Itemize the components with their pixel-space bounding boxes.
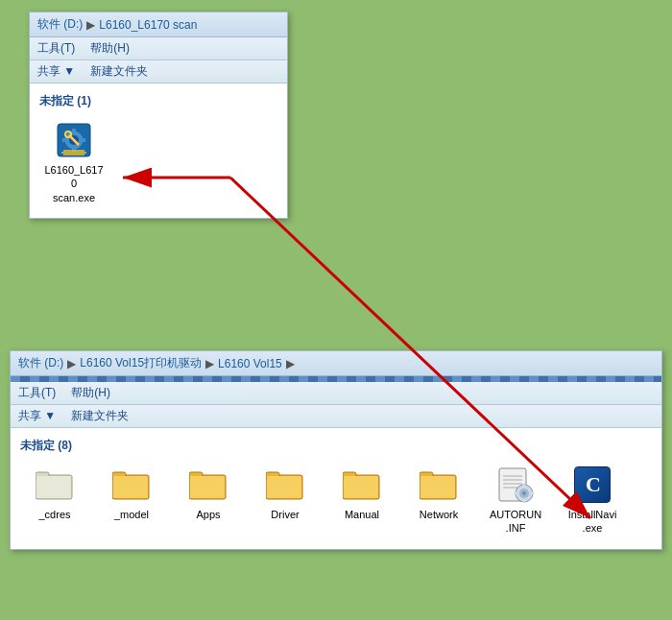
- svg-rect-6: [82, 138, 85, 142]
- scan-exe-label: L6160_L6170 scan.exe: [43, 163, 105, 204]
- top-address-bar: 软件 (D:) ▶ L6160_L6170 scan: [30, 12, 287, 37]
- bottom-toolbar2: 共享 ▼ 新建文件夹: [11, 405, 661, 428]
- top-folder: L6160_L6170 scan: [99, 18, 197, 32]
- svg-rect-14: [36, 476, 71, 498]
- bottom-drive: 软件 (D:): [18, 355, 63, 371]
- file-item-apps[interactable]: Apps: [174, 462, 243, 539]
- network-folder-icon: [420, 468, 458, 501]
- svg-rect-29: [420, 476, 455, 498]
- installnavi-icon-wrapper: C: [573, 465, 612, 504]
- file-item-cdres[interactable]: _cdres: [20, 462, 89, 539]
- installnavi-icon: C: [574, 466, 611, 503]
- svg-rect-39: [522, 499, 526, 502]
- tools-menu[interactable]: 工具(T): [37, 40, 75, 57]
- bottom-folder2: L6160 Vol15: [218, 357, 282, 370]
- manual-label: Manual: [345, 508, 379, 521]
- bottom-toolbar: 工具(T) 帮助(H): [11, 382, 661, 405]
- top-window: 软件 (D:) ▶ L6160_L6170 scan 工具(T) 帮助(H) 共…: [29, 12, 288, 219]
- svg-rect-5: [62, 138, 66, 142]
- bottom-help-menu[interactable]: 帮助(H): [71, 385, 110, 401]
- svg-rect-3: [72, 129, 76, 132]
- file-item-installnavi[interactable]: C InstallNavi .exe: [558, 462, 627, 539]
- svg-rect-20: [190, 476, 225, 498]
- new-folder-button[interactable]: 新建文件夹: [90, 63, 148, 80]
- bottom-share-button[interactable]: 共享 ▼: [18, 408, 56, 424]
- svg-rect-17: [113, 476, 148, 498]
- autorun-icon: [497, 466, 534, 503]
- top-section-header: 未指定 (1): [39, 93, 277, 109]
- apps-label: Apps: [196, 508, 220, 521]
- top-toolbar2: 共享 ▼ 新建文件夹: [30, 60, 287, 83]
- manual-icon-wrapper: [343, 465, 381, 504]
- svg-rect-38: [522, 485, 526, 488]
- model-label: _model: [114, 508, 149, 521]
- top-file-grid: L6160_L6170 scan.exe: [39, 117, 277, 208]
- bottom-address-bar: 软件 (D:) ▶ L6160 Vol15打印机驱动 ▶ L6160 Vol15…: [11, 351, 661, 376]
- bottom-window: 软件 (D:) ▶ L6160 Vol15打印机驱动 ▶ L6160 Vol15…: [10, 350, 662, 550]
- svg-rect-26: [344, 476, 378, 498]
- top-drive: 软件 (D:): [37, 16, 83, 33]
- bottom-folder1: L6160 Vol15打印机驱动: [80, 355, 202, 371]
- svg-rect-40: [516, 491, 518, 495]
- file-item-manual[interactable]: Manual: [327, 462, 396, 539]
- model-folder-icon: [112, 468, 151, 501]
- installnavi-label: InstallNavi .exe: [568, 508, 617, 536]
- apps-icon-wrapper: [189, 465, 228, 504]
- svg-rect-23: [267, 476, 301, 498]
- file-item-model[interactable]: _model: [97, 462, 166, 539]
- cdres-icon-wrapper: [36, 465, 74, 504]
- apps-folder-icon: [189, 468, 228, 501]
- autorun-label: AUTORUN .INF: [490, 508, 541, 536]
- file-item-network[interactable]: Network: [404, 462, 473, 539]
- scan-exe-icon-wrapper: [55, 121, 93, 159]
- network-label: Network: [420, 508, 458, 521]
- driver-icon-wrapper: [266, 465, 304, 504]
- manual-folder-icon: [343, 468, 381, 501]
- share-button[interactable]: 共享 ▼: [37, 63, 75, 80]
- scan-exe-icon: [56, 122, 92, 158]
- driver-label: Driver: [271, 508, 299, 521]
- help-menu[interactable]: 帮助(H): [90, 40, 130, 57]
- top-content: 未指定 (1): [30, 83, 287, 218]
- file-item-scan-exe[interactable]: L6160_L6170 scan.exe: [39, 117, 108, 208]
- file-item-driver[interactable]: Driver: [251, 462, 320, 539]
- bottom-tools-menu[interactable]: 工具(T): [18, 385, 56, 401]
- top-toolbar: 工具(T) 帮助(H): [30, 37, 287, 60]
- cdres-folder-icon: [36, 468, 74, 501]
- autorun-icon-wrapper: [496, 465, 535, 504]
- driver-folder-icon: [266, 468, 304, 501]
- bottom-content: 未指定 (8) _cdres: [11, 428, 661, 549]
- bottom-section-header: 未指定 (8): [20, 438, 652, 454]
- bottom-new-folder-button[interactable]: 新建文件夹: [71, 408, 129, 424]
- network-icon-wrapper: [420, 465, 458, 504]
- svg-point-37: [522, 491, 526, 495]
- model-icon-wrapper: [112, 465, 151, 504]
- file-item-autorun[interactable]: AUTORUN .INF: [481, 462, 550, 539]
- cdres-label: _cdres: [38, 508, 70, 521]
- bottom-file-grid: _cdres _model: [20, 462, 652, 539]
- svg-rect-41: [530, 491, 533, 495]
